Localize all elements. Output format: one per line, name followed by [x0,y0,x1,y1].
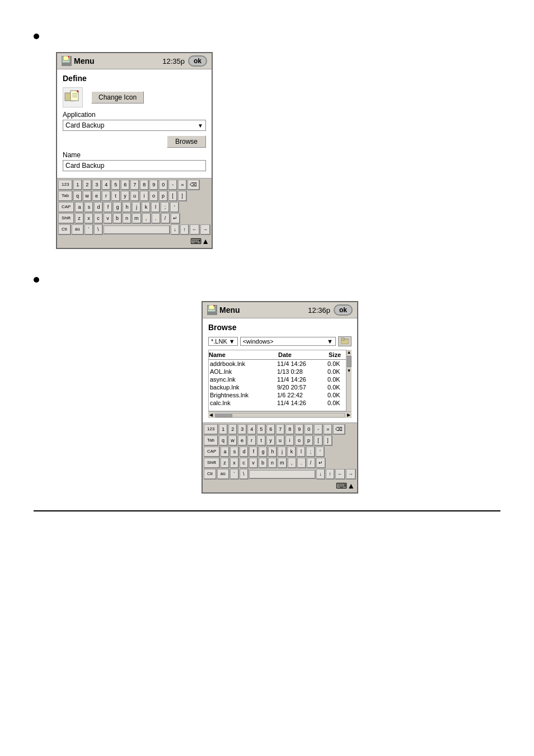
kb2-s[interactable]: s [230,447,239,457]
kb2-d[interactable]: d [240,447,249,457]
change-icon-button[interactable]: Change Icon [91,91,144,104]
kb-j[interactable]: j [132,202,141,213]
kb-p[interactable]: p [159,191,168,201]
kb-i[interactable]: i [140,191,149,201]
file-row-0[interactable]: addrbook.lnk 11/4 14:26 0.0K [209,360,351,368]
kb2-backslash[interactable]: \ [240,469,249,480]
kb-n[interactable]: n [123,213,132,224]
kb2-6[interactable]: 6 [266,424,275,435]
kb2-avu[interactable]: áü [217,469,229,480]
kb-g[interactable]: g [113,202,122,213]
kb2-right[interactable]: → [346,469,356,480]
file-row-1[interactable]: AOL.lnk 1/13 0:28 0.0K [209,368,351,375]
kb-ctl[interactable]: Ctl [58,224,71,235]
kb2-a[interactable]: a [221,447,229,457]
kb2-8[interactable]: 8 [285,424,294,435]
kb2-slash[interactable]: / [307,458,316,468]
kb2-2[interactable]: 2 [228,424,237,435]
kb-semicolon[interactable]: ; [161,202,170,213]
kb2-1[interactable]: 1 [219,424,228,435]
kb-down[interactable]: ↓ [171,224,180,235]
kb-up[interactable]: ↑ [180,224,189,235]
scroll-down-arrow[interactable]: ▼ [347,368,352,373]
kb-t[interactable]: t [111,191,120,201]
scroll-up-arrow[interactable]: ▲ [347,350,352,355]
scroll-thumb[interactable] [347,356,352,367]
kb2-7[interactable]: 7 [276,424,285,435]
kb2-t[interactable]: t [257,435,266,446]
kb-6[interactable]: 6 [121,180,130,190]
kb-minus[interactable]: - [168,180,177,190]
kb2-j[interactable]: j [278,447,287,457]
kb-q[interactable]: q [73,191,82,201]
kb2-u[interactable]: u [276,435,285,446]
kb2-123[interactable]: 123 [204,424,218,435]
kb-1[interactable]: 1 [73,180,82,190]
kb2-minus[interactable]: - [314,424,323,435]
kb-a[interactable]: a [75,202,84,213]
ok-button-2[interactable]: ok [334,304,353,316]
kb-m[interactable]: m [132,213,142,224]
keyboard-icon-1[interactable]: ⌨▲ [190,237,209,246]
kb2-c[interactable]: c [240,458,249,468]
kb-w[interactable]: w [83,191,92,201]
kb-0[interactable]: 0 [159,180,168,190]
kb2-4[interactable]: 4 [247,424,256,435]
kb-cap[interactable]: CAP [58,202,74,213]
kb-comma[interactable]: , [142,213,151,224]
kb2-3[interactable]: 3 [238,424,247,435]
kb-backslash[interactable]: \ [94,224,103,235]
kb-u[interactable]: u [130,191,139,201]
kb2-z[interactable]: z [221,458,229,468]
kb2-x[interactable]: x [230,458,239,468]
kb-8[interactable]: 8 [140,180,149,190]
kb-s[interactable]: s [85,202,93,213]
kb-shift[interactable]: Shift [58,213,74,224]
kb-c[interactable]: c [94,213,103,224]
kb-o[interactable]: o [149,191,158,201]
kb2-m[interactable]: m [278,458,287,468]
kb2-o[interactable]: o [295,435,304,446]
kb-f[interactable]: f [104,202,113,213]
kb-2[interactable]: 2 [83,180,92,190]
kb2-q[interactable]: q [219,435,228,446]
kb-right[interactable]: → [200,224,210,235]
browse-button-1[interactable]: Browse [167,135,206,148]
kb2-ctl[interactable]: Ctl [204,469,217,480]
vertical-scrollbar[interactable]: ▲ ▼ [346,350,352,411]
kb2-down[interactable]: ↓ [316,469,325,480]
kb-y[interactable]: y [121,191,130,201]
kb-h[interactable]: h [123,202,132,213]
kb2-cap[interactable]: CAP [204,447,220,457]
kb-k[interactable]: k [142,202,151,213]
kb-space[interactable] [104,226,170,234]
kb2-g[interactable]: g [259,447,268,457]
kb2-lbracket[interactable]: [ [314,435,323,446]
kb2-p[interactable]: p [305,435,313,446]
kb-z[interactable]: z [75,213,84,224]
kb2-quote[interactable]: ' [316,447,325,457]
kb-backspace[interactable]: ⌫ [188,180,200,190]
kb2-r[interactable]: r [247,435,256,446]
kb-tab[interactable]: Tab [58,191,73,201]
kb2-5[interactable]: 5 [257,424,266,435]
file-row-3[interactable]: backup.lnk 9/20 20:57 0.0K [209,383,351,391]
kb-lbracket[interactable]: [ [168,191,177,201]
kb2-k[interactable]: k [287,447,296,457]
kb-4[interactable]: 4 [102,180,111,190]
file-row-2[interactable]: async.lnk 11/4 14:26 0.0K [209,375,351,383]
kb2-0[interactable]: 0 [305,424,313,435]
kb-rbracket[interactable]: ] [178,191,187,201]
kb2-space[interactable] [249,470,316,479]
kb2-h[interactable]: h [268,447,277,457]
kb-b[interactable]: b [113,213,122,224]
kb2-9[interactable]: 9 [295,424,304,435]
file-row-4[interactable]: Brightness.lnk 1/6 22:42 0.0K [209,391,351,399]
kb-3[interactable]: 3 [92,180,101,190]
h-scroll-left[interactable]: ◀ [208,412,214,417]
keyboard-icon-2[interactable]: ⌨▲ [336,481,355,490]
ext-filter-dropdown[interactable]: *.LNK ▼ [208,337,238,346]
kb2-period[interactable]: . [297,458,306,468]
folder-icon-button[interactable] [338,336,352,346]
kb-left[interactable]: ← [190,224,200,235]
